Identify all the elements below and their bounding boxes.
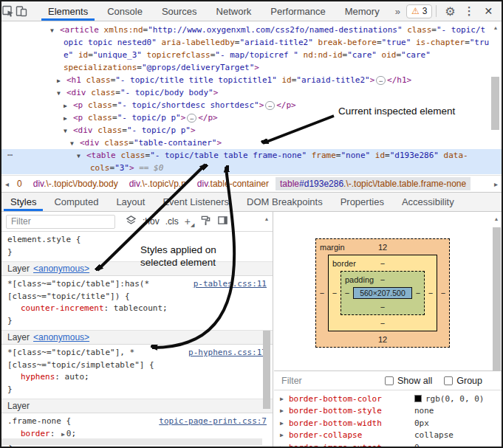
scrollbar-up-arrow[interactable]: ▲ [492,214,501,224]
dom-tree-line[interactable]: cols="3"> == $0 [1,162,502,174]
expand-property-icon[interactable]: ▶ [280,420,289,427]
scrollbar-up-arrow[interactable]: ▲ [491,23,500,32]
inline-ellipsis-icon[interactable]: … [376,76,386,85]
group-checkbox[interactable]: Group [444,376,482,386]
twisty-expanded-icon[interactable]: ▼ [50,24,60,37]
layer-link[interactable]: <anonymous> [33,332,89,342]
dom-tree-line[interactable]: ▼<div class="- topic/body body"> [1,86,502,99]
tab-elements[interactable]: Elements [38,1,97,21]
border-left-value[interactable]: − [329,271,341,315]
computed-property-row[interactable]: ▶border-bottom-width0px [274,417,502,430]
twisty-expanded-icon[interactable]: ▼ [64,125,73,137]
margin-top-value[interactable]: 12 [378,243,387,252]
dom-tree-line[interactable]: ▼<article xmlns:nd="http://www.oxygenxml… [1,24,502,36]
rule-selector[interactable]: *[class~="topic/table"]:has(* [class~="t… [7,278,149,303]
element-classes-button[interactable]: .cls [165,216,179,227]
settings-gear-icon[interactable]: ⚙ [440,1,459,21]
dom-tree-line[interactable]: e" id="unique_3" topicrefclass="- map/to… [1,49,502,61]
twisty-collapsed-icon[interactable]: ▶ [64,100,73,112]
dom-tree-line[interactable]: ▶<h1 class="- topic/title title topictit… [1,74,502,86]
pseudo-state-button[interactable]: :hov [143,216,160,227]
styles-filter-input[interactable] [6,215,115,229]
stylesheet-link[interactable]: topic-page-print.css:7 [159,416,267,428]
twisty-expanded-icon[interactable]: ▼ [77,150,86,162]
breadcrumb-item[interactable]: div.table-container [193,177,273,190]
tab-memory[interactable]: Memory [335,1,389,21]
stylesheet-link[interactable]: p-hyphens.css:17 [188,347,267,359]
close-icon[interactable]: ✕ [479,1,498,21]
expand-property-icon[interactable]: ▶ [280,396,289,402]
tab-accessibility[interactable]: Accessibility [393,193,463,211]
row-actions-ellipsis-icon[interactable]: ⋯ [7,149,12,162]
computed-property-row[interactable]: ▶border-bottom-stylenone [274,405,502,418]
dom-tree-line[interactable]: opic topic nested0" aria-labelledby="ari… [1,36,502,49]
computed-property-row[interactable]: ▶border-bottom-colorrgb(0, 0, 0) [274,393,502,405]
tab-dom-breakpoints[interactable]: DOM Breakpoints [238,193,332,211]
css-property[interactable]: counter-increment: tablecount; [7,303,267,315]
breadcrumb-item[interactable]: table#d193e286.\-.topic\/table.table.fra… [276,177,471,190]
inspect-element-icon[interactable] [1,1,15,21]
box-model-content[interactable]: 560×207.500 [353,287,412,299]
dom-tree-line[interactable]: specializations="@props/deliveryTarget"> [1,61,502,74]
tab-computed[interactable]: Computed [45,193,107,211]
expand-property-icon[interactable]: ▶ [280,444,289,447]
padding-right-value[interactable]: − [412,287,424,299]
border-bottom-value[interactable]: − [329,315,437,331]
padding-bottom-value[interactable]: − [341,299,424,314]
dom-tree-line[interactable]: ▼<div class="- topic/p p"> [1,124,502,137]
scrollbar-up-arrow[interactable]: ▲ [262,214,271,224]
inline-ellipsis-icon[interactable]: … [187,114,196,123]
breadcrumb-back-icon[interactable]: ◂ [1,180,13,188]
border-top-value[interactable]: − [380,259,385,268]
tab-network[interactable]: Network [207,1,261,21]
styles-hscrollbar[interactable] [1,438,262,445]
box-model-padding[interactable]: padding− − 560×207.500 − − [341,271,425,315]
new-style-rule-button[interactable]: +◢ [185,216,195,228]
padding-left-value[interactable]: − [341,287,353,299]
border-right-value[interactable]: − [425,271,437,315]
breadcrumb-item[interactable]: div.\-.topic\/p.p [125,177,191,190]
expand-property-icon[interactable]: ▶ [280,407,289,414]
computed-property-row[interactable]: ▶border-collapsecollapse [274,430,502,442]
styles-scrollbar-thumb[interactable] [263,331,270,409]
elements-scrollbar-thumb[interactable] [491,77,499,130]
more-tabs-icon[interactable]: » [389,6,406,17]
tab-sources[interactable]: Sources [152,1,207,21]
rule-selector[interactable]: .frame-none { [7,416,71,428]
rule-selector[interactable]: *[class~="topic/table"], * [class~="topi… [7,347,154,371]
breadcrumb-item[interactable]: 0 [13,177,27,190]
expand-value-icon[interactable]: ▶ [61,431,65,438]
stylesheet-link[interactable]: p-tables.css:11 [194,278,267,291]
dom-tree-line[interactable]: ▼<div class="table-container"> [1,137,502,149]
tab-properties[interactable]: Properties [332,193,393,211]
layers-icon[interactable] [126,215,137,229]
twisty-expanded-icon[interactable]: ▼ [57,87,66,100]
rule-selector[interactable]: element.style { [7,234,81,247]
css-property[interactable]: hyphens: auto; [7,371,267,384]
breadcrumb-item[interactable]: div.\-.topic\/body.body [29,177,123,190]
margin-right-value[interactable]: − [437,255,449,331]
checkbox-icon[interactable] [444,376,453,385]
checkbox-icon[interactable] [385,376,394,385]
computed-property-row[interactable]: ▶border-image-outset0 [274,441,502,447]
computed-scrollbar-thumb[interactable] [493,227,501,371]
tab-event-listeners[interactable]: Event Listeners [154,193,238,211]
twisty-collapsed-icon[interactable]: ▶ [64,112,73,125]
computed-filter-input[interactable] [281,376,370,386]
margin-bottom-value[interactable]: 12 [316,331,449,347]
kebab-menu-icon[interactable]: ⋮ [459,1,479,21]
toggle-sidebar-icon[interactable] [217,215,228,229]
tab-layout[interactable]: Layout [107,193,154,211]
show-all-checkbox[interactable]: Show all [385,376,432,386]
paint-roller-icon[interactable] [200,215,211,229]
box-model-border[interactable]: border− − padding− − 560×207.500 − − − − [328,255,437,331]
inline-ellipsis-icon[interactable]: … [265,101,275,110]
tab-console[interactable]: Console [97,1,152,21]
expand-property-icon[interactable]: ▶ [280,432,289,438]
tab-styles[interactable]: Styles [1,193,45,211]
layer-link[interactable]: <anonymous> [33,263,89,274]
console-warning-badge[interactable]: ⚠ 3 [406,4,432,18]
device-toolbar-icon[interactable] [15,1,28,21]
padding-top-value[interactable]: − [380,275,385,284]
box-model-margin[interactable]: margin12 − border− − padding− − 560×207.… [315,238,450,348]
